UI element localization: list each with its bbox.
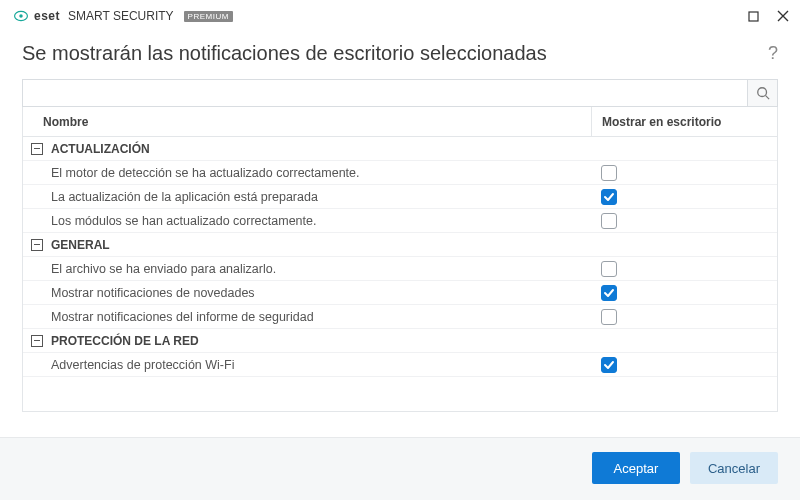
checkbox-cell bbox=[591, 189, 777, 205]
collapse-icon[interactable] bbox=[31, 143, 43, 155]
item-label: Mostrar notificaciones del informe de se… bbox=[23, 310, 591, 324]
item-label: La actualización de la aplicación está p… bbox=[23, 190, 591, 204]
item-label: Los módulos se han actualizado correctam… bbox=[23, 214, 591, 228]
maximize-button[interactable] bbox=[746, 9, 760, 23]
notifications-table: Nombre Mostrar en escritorio ACTUALIZACI… bbox=[22, 107, 778, 412]
table-header: Nombre Mostrar en escritorio bbox=[23, 107, 777, 137]
item-label: Advertencias de protección Wi-Fi bbox=[23, 358, 591, 372]
group-label: PROTECCIÓN DE LA RED bbox=[51, 334, 199, 348]
search-icon bbox=[756, 86, 770, 100]
help-button[interactable]: ? bbox=[768, 43, 778, 64]
show-on-desktop-checkbox[interactable] bbox=[601, 309, 617, 325]
search-bar bbox=[22, 79, 778, 107]
group-label: GENERAL bbox=[51, 238, 110, 252]
show-on-desktop-checkbox[interactable] bbox=[601, 189, 617, 205]
group-row[interactable]: GENERAL bbox=[23, 233, 777, 257]
collapse-icon[interactable] bbox=[31, 335, 43, 347]
table-row[interactable]: El motor de detección se ha actualizado … bbox=[23, 161, 777, 185]
show-on-desktop-checkbox[interactable] bbox=[601, 261, 617, 277]
window: eset SMART SECURITY PREMIUM Se mostrarán… bbox=[0, 0, 800, 500]
window-controls bbox=[746, 9, 790, 23]
brand-eset: eset bbox=[34, 9, 60, 23]
table-row[interactable]: El archivo se ha enviado para analizarlo… bbox=[23, 257, 777, 281]
item-label: El motor de detección se ha actualizado … bbox=[23, 166, 591, 180]
page-title: Se mostrarán las notificaciones de escri… bbox=[22, 42, 547, 65]
brand-product: SMART SECURITY bbox=[68, 9, 174, 23]
close-button[interactable] bbox=[776, 9, 790, 23]
maximize-icon bbox=[748, 11, 759, 22]
table-body: ACTUALIZACIÓNEl motor de detección se ha… bbox=[23, 137, 777, 377]
help-icon: ? bbox=[768, 43, 778, 63]
cancel-button[interactable]: Cancelar bbox=[690, 452, 778, 484]
table-row[interactable]: Mostrar notificaciones del informe de se… bbox=[23, 305, 777, 329]
content: Nombre Mostrar en escritorio ACTUALIZACI… bbox=[0, 79, 800, 437]
show-on-desktop-checkbox[interactable] bbox=[601, 213, 617, 229]
checkbox-cell bbox=[591, 309, 777, 325]
checkbox-cell bbox=[591, 285, 777, 301]
show-on-desktop-checkbox[interactable] bbox=[601, 165, 617, 181]
item-label: El archivo se ha enviado para analizarlo… bbox=[23, 262, 591, 276]
column-show[interactable]: Mostrar en escritorio bbox=[591, 107, 777, 136]
brand-tier-badge: PREMIUM bbox=[184, 11, 233, 22]
group-row[interactable]: PROTECCIÓN DE LA RED bbox=[23, 329, 777, 353]
footer: Aceptar Cancelar bbox=[0, 437, 800, 500]
checkbox-cell bbox=[591, 261, 777, 277]
search-button[interactable] bbox=[747, 80, 777, 106]
close-icon bbox=[777, 10, 789, 22]
column-name[interactable]: Nombre bbox=[23, 115, 591, 129]
svg-rect-2 bbox=[749, 12, 758, 21]
group-label: ACTUALIZACIÓN bbox=[51, 142, 150, 156]
checkbox-cell bbox=[591, 357, 777, 373]
titlebar: eset SMART SECURITY PREMIUM bbox=[0, 0, 800, 32]
table-filler bbox=[23, 377, 777, 411]
eset-logo-icon bbox=[14, 9, 28, 23]
table-row[interactable]: La actualización de la aplicación está p… bbox=[23, 185, 777, 209]
svg-point-3 bbox=[757, 88, 766, 97]
checkbox-cell bbox=[591, 213, 777, 229]
table-row[interactable]: Advertencias de protección Wi-Fi bbox=[23, 353, 777, 377]
page-header: Se mostrarán las notificaciones de escri… bbox=[0, 32, 800, 79]
accept-button[interactable]: Aceptar bbox=[592, 452, 680, 484]
show-on-desktop-checkbox[interactable] bbox=[601, 285, 617, 301]
checkbox-cell bbox=[591, 165, 777, 181]
search-input[interactable] bbox=[23, 80, 747, 106]
show-on-desktop-checkbox[interactable] bbox=[601, 357, 617, 373]
table-row[interactable]: Mostrar notificaciones de novedades bbox=[23, 281, 777, 305]
collapse-icon[interactable] bbox=[31, 239, 43, 251]
brand: eset SMART SECURITY PREMIUM bbox=[14, 9, 233, 23]
svg-point-1 bbox=[19, 14, 23, 18]
item-label: Mostrar notificaciones de novedades bbox=[23, 286, 591, 300]
group-row[interactable]: ACTUALIZACIÓN bbox=[23, 137, 777, 161]
table-row[interactable]: Los módulos se han actualizado correctam… bbox=[23, 209, 777, 233]
